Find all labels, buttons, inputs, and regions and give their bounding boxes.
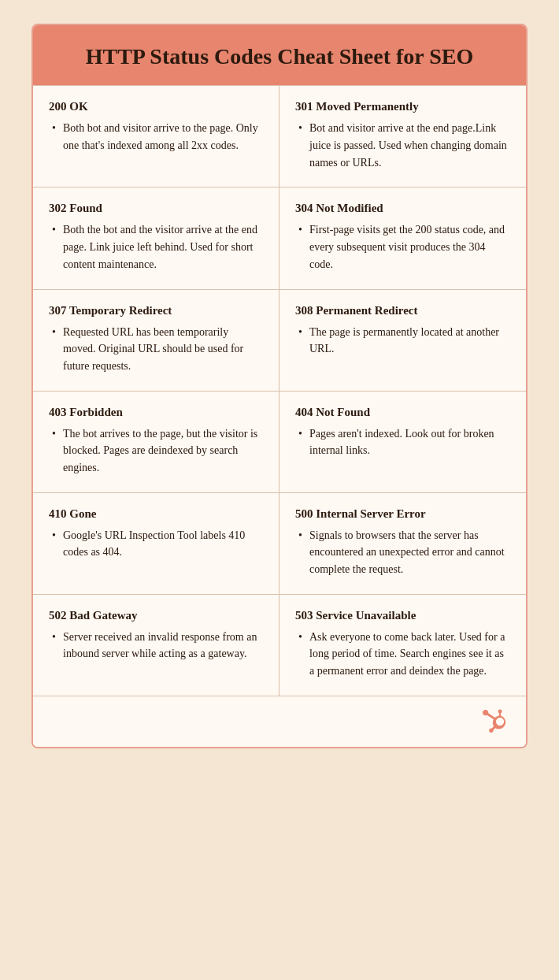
status-code-title: 503 Service Unavailable [295,609,510,622]
hubspot-logo-icon [482,707,510,736]
status-cell-502-bad-gateway: 502 Bad GatewayServer received an invali… [33,595,280,696]
status-cell-503-unavailable: 503 Service UnavailableAsk everyone to c… [280,595,526,696]
status-code-title: 301 Moved Permanently [295,100,510,113]
status-code-title: 404 Not Found [295,406,510,419]
status-code-description: The page is permanently located at anoth… [295,324,510,358]
status-code-description: Google's URL Inspection Tool labels 410 … [49,527,263,561]
status-code-title: 302 Found [49,202,263,215]
status-code-title: 307 Temporary Redirect [49,304,263,317]
status-cell-301-moved: 301 Moved PermanentlyBot and visitor arr… [280,86,526,187]
status-code-description: Bot and visitor arrive at the end page.L… [295,120,510,171]
status-code-description: Server received an invalid response from… [49,629,263,663]
status-cell-308-perm: 308 Permanent RedirectThe page is perman… [280,290,526,392]
status-code-title: 500 Internal Server Error [295,507,510,521]
status-grid: 200 OKBoth bot and visitor arrive to the… [33,85,526,696]
status-code-description: Both bot and visitor arrive to the page.… [49,120,263,154]
status-cell-500-server-error: 500 Internal Server ErrorSignals to brow… [280,493,526,595]
status-code-description: The bot arrives to the page, but the vis… [49,425,263,477]
status-code-description: Requested URL has been temporarily moved… [49,324,263,375]
status-cell-410-gone: 410 GoneGoogle's URL Inspection Tool lab… [33,493,280,595]
status-code-title: 304 Not Modified [295,202,510,215]
status-code-description: Pages aren't indexed. Look out for broke… [295,425,510,459]
cheat-sheet-card: HTTP Status Codes Cheat Sheet for SEO 20… [31,24,528,748]
page-title: HTTP Status Codes Cheat Sheet for SEO [57,43,502,71]
status-code-title: 200 OK [49,100,263,113]
status-cell-307-temp: 307 Temporary RedirectRequested URL has … [33,290,280,392]
status-cell-200-ok: 200 OKBoth bot and visitor arrive to the… [33,86,280,187]
status-code-description: First-page visits get the 200 status cod… [295,221,510,273]
status-cell-403-forbidden: 403 ForbiddenThe bot arrives to the page… [33,392,280,493]
status-cell-404-not-found: 404 Not FoundPages aren't indexed. Look … [280,392,526,493]
status-code-title: 410 Gone [49,507,263,521]
status-cell-304-not-modified: 304 Not ModifiedFirst-page visits get th… [280,187,526,289]
footer [33,696,526,747]
status-code-title: 502 Bad Gateway [49,609,263,622]
status-cell-302-found: 302 FoundBoth the bot and the visitor ar… [33,187,280,289]
status-code-description: Signals to browsers that the server has … [295,527,510,578]
card-header: HTTP Status Codes Cheat Sheet for SEO [33,25,526,85]
status-code-title: 403 Forbidden [49,406,263,419]
status-code-description: Ask everyone to come back later. Used fo… [295,629,510,680]
status-code-title: 308 Permanent Redirect [295,304,510,317]
status-code-description: Both the bot and the visitor arrive at t… [49,221,263,273]
